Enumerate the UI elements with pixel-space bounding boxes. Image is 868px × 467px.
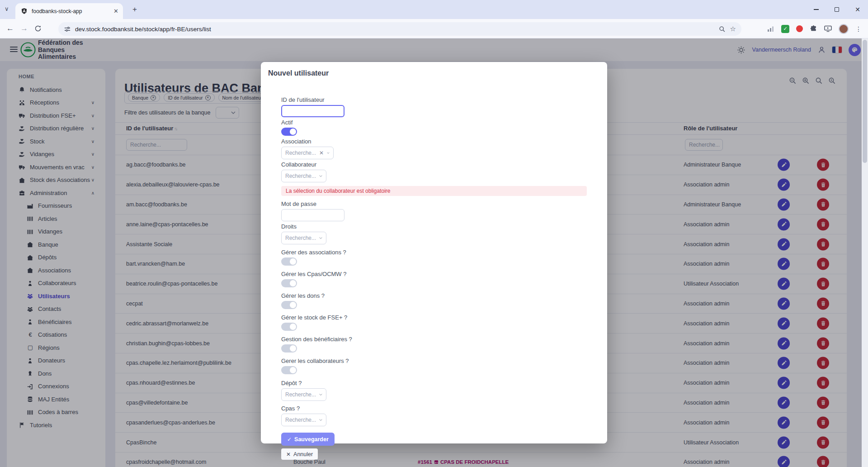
manage-associations-label: Gérer des associations ? — [281, 249, 587, 256]
chevron-down-icon — [319, 175, 322, 177]
rights-select[interactable]: Recherche... — [281, 232, 326, 244]
address-bar[interactable]: dev.stock.foodbanksit.be/stock/app/fr-BE… — [58, 22, 741, 36]
page-scrollbar[interactable] — [862, 38, 868, 467]
validation-error: La sélection du collaborateur est obliga… — [281, 186, 587, 196]
recording-dot-icon[interactable] — [796, 25, 803, 32]
tab-search-icon[interactable]: ∨ — [5, 5, 9, 12]
browser-tab-strip: ∨ foodbanks-stock-app ✕ + ✕ — [0, 0, 868, 19]
chevron-down-icon — [327, 152, 330, 154]
browser-toolbar: ← → dev.stock.foodbanksit.be/stock/app/f… — [0, 19, 868, 38]
signal-extension-icon[interactable] — [767, 26, 774, 32]
back-button[interactable]: ← — [6, 24, 14, 33]
check-icon: ✓ — [287, 437, 292, 442]
tab-title: foodbanks-stock-app — [32, 8, 109, 14]
manage-associations-toggle[interactable] — [281, 257, 297, 266]
manage-beneficiaries-toggle[interactable] — [281, 344, 297, 353]
chevron-down-icon — [319, 393, 322, 396]
scrollbar-thumb[interactable] — [863, 40, 867, 163]
collaborator-select[interactable]: Recherche... — [281, 170, 326, 182]
active-toggle[interactable] — [281, 128, 297, 136]
chevron-down-icon — [319, 237, 322, 239]
window-maximize-button[interactable] — [826, 0, 847, 19]
password-input[interactable] — [281, 209, 344, 221]
manage-donations-toggle[interactable] — [281, 301, 297, 309]
manage-collaborators-toggle[interactable] — [281, 366, 297, 374]
manage-cpas-toggle[interactable] — [281, 279, 297, 287]
rights-label: Droits — [281, 223, 587, 230]
manage-cpas-label: Gérer les Cpas/OCMW ? — [281, 271, 587, 278]
forward-button[interactable]: → — [20, 24, 28, 33]
new-user-dialog: Nouvel utilisateur ID de l'utilisateur A… — [261, 62, 607, 443]
in-page-search-icon[interactable] — [719, 26, 726, 33]
extensions-puzzle-icon[interactable] — [810, 25, 817, 33]
window-close-button[interactable]: ✕ — [847, 0, 868, 19]
save-button[interactable]: ✓ Sauvegarder — [281, 433, 335, 446]
window-minimize-button[interactable] — [806, 0, 826, 19]
depot-select[interactable]: Recherche... — [281, 388, 326, 401]
manage-collaborators-label: Gerer les collaborateurs ? — [281, 357, 587, 365]
manage-beneficiaries-label: Gestion des bénéficiaires ? — [281, 336, 587, 343]
url-text[interactable]: dev.stock.foodbanksit.be/stock/app/fr-BE… — [75, 26, 714, 33]
password-label: Mot de passe — [281, 200, 587, 208]
reload-button[interactable] — [34, 25, 42, 32]
user-id-label: ID de l'utilisateur — [281, 96, 587, 104]
browser-menu-icon[interactable]: ⋮ — [855, 25, 862, 33]
tab-close-icon[interactable]: ✕ — [113, 8, 118, 14]
cpas-select[interactable]: Recherche... — [281, 414, 326, 426]
cpas-label: Cpas ? — [281, 405, 587, 412]
media-controls-icon[interactable] — [824, 25, 832, 32]
close-icon: ✕ — [286, 452, 291, 457]
association-label: Association — [281, 138, 587, 145]
site-settings-icon[interactable] — [64, 26, 71, 33]
manage-fse-stock-toggle[interactable] — [281, 323, 297, 331]
browser-tab[interactable]: foodbanks-stock-app ✕ — [15, 3, 123, 19]
manage-fse-stock-label: Gérer le stock de FSE+ ? — [281, 314, 587, 321]
dialog-title: Nouvel utilisateur — [261, 62, 607, 77]
app-viewport: Fédération des Banques Alimentaires Vand… — [0, 38, 868, 467]
green-extension-icon[interactable]: ✓ — [781, 25, 789, 33]
cancel-button[interactable]: ✕ Annuler — [281, 448, 318, 460]
association-select[interactable]: Recherche... ✕ — [281, 147, 334, 159]
clear-icon[interactable]: ✕ — [319, 150, 324, 156]
manage-donations-label: Gérer les dons ? — [281, 292, 587, 300]
collaborator-label: Collaborateur — [281, 161, 587, 168]
profile-avatar[interactable] — [839, 24, 849, 34]
bookmark-star-icon[interactable]: ☆ — [730, 25, 736, 33]
depot-label: Dépôt ? — [281, 380, 587, 387]
user-id-input[interactable] — [281, 105, 344, 117]
angular-favicon — [21, 8, 28, 14]
active-label: Actif — [281, 119, 587, 126]
chevron-down-icon — [319, 419, 322, 421]
new-tab-button[interactable]: + — [130, 5, 139, 14]
